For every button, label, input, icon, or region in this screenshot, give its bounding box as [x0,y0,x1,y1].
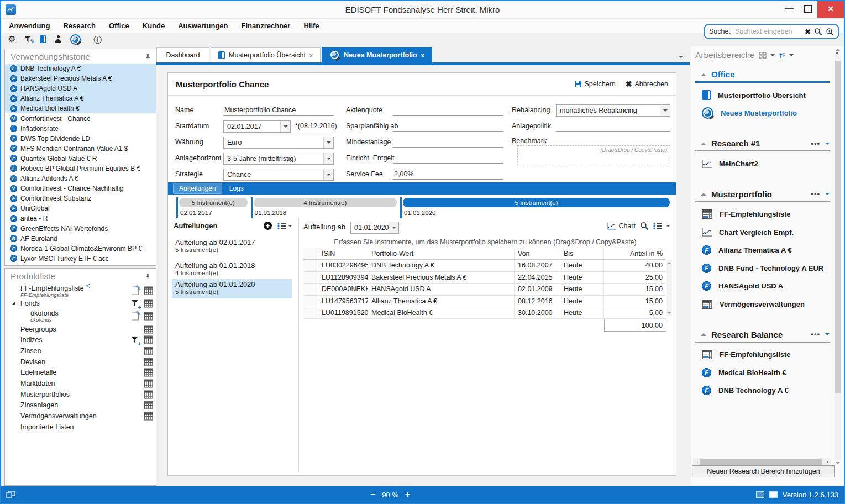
timeline-segment-selected[interactable]: 5 Instrument(e) 01.01.2020 [400,197,670,218]
dropdown-button[interactable] [389,222,398,233]
chevron-down-icon[interactable] [770,54,775,59]
startdatum-picker[interactable]: 02.01.2017 [223,120,291,133]
workspace-item[interactable]: Chart Vergleich Empf. [695,223,830,242]
chevron-down-icon[interactable] [666,225,670,229]
search-input[interactable] [734,27,801,36]
col-anteil[interactable]: Anteil in % [604,248,666,259]
table-icon[interactable] [144,379,153,387]
dropdown-button[interactable] [323,137,333,148]
scroll-right-icon[interactable]: › [824,459,831,465]
zoom-in-button[interactable]: + [405,490,410,500]
tree-item[interactable]: FF-Empfehlungsliste FF-Empfehlungsliste [5,283,156,298]
list-item[interactable]: GreenEffects NAI-Wertefonds [5,224,156,234]
list-item[interactable]: ComfortInvest Substanz [5,193,156,203]
tree-item[interactable]: Devisen [5,356,156,368]
globe-edit-icon[interactable] [70,34,81,45]
table-icon[interactable] [144,347,153,355]
waehrung-select[interactable]: Euro [223,136,334,149]
einricht-entgelt-input[interactable] [393,153,503,164]
col-isin[interactable]: ISIN [318,248,368,259]
anlagepolitik-input[interactable] [556,120,670,132]
table-row[interactable]: LU0302296495DNB Technology A €16.08.2007… [303,260,666,271]
tab-neues-musterportfolio[interactable]: Neues Musterportfolio x [322,47,432,62]
timeline-segment[interactable]: 5 Instrument(e) 02.01.2017 [176,197,248,218]
table-icon[interactable] [144,312,153,321]
settings-gear-icon[interactable]: ⚙ [8,35,15,44]
list-item[interactable]: Allianz Thematica A € [5,93,156,103]
tree-item[interactable]: ökofonds ökofonds [5,309,156,324]
list-item[interactable]: Bakersteel Precious Metals A € [5,74,156,83]
info-icon[interactable]: ⓘ [93,35,102,44]
list-item[interactable]: Quantex Global Value € R [5,154,156,164]
layout-grid-icon[interactable] [759,52,767,59]
sparplanfaehig-input[interactable] [393,120,503,132]
strategie-select[interactable]: Chance [223,169,334,181]
table-icon[interactable] [144,286,153,295]
cancel-button[interactable]: ✖ Abbrechen [626,80,668,88]
table-icon[interactable] [144,358,153,366]
col-von[interactable]: Von [515,248,560,259]
maximize-button[interactable] [800,0,816,18]
filter-add-icon[interactable] [131,300,139,307]
dropdown-button[interactable] [280,121,290,132]
tab-musterportfolio-uebersicht[interactable]: Musterportfolio Übersicht x [211,47,321,62]
tree-item[interactable]: Zinsanlagen [5,400,156,411]
workspace-item[interactable]: Vermögensverwaltungen [695,295,830,313]
tab-list-dropdown-icon[interactable] [679,56,683,60]
tree-item[interactable]: Marktdaten [5,378,156,389]
list-item[interactable]: ComfortInvest - Chance Nachhaltig [5,183,156,193]
add-research-area-button[interactable]: Neuen Research Bereich hinzufügen [692,465,835,477]
list-item[interactable]: UniGlobal [5,203,156,213]
table-row[interactable]: LU0119891520Medical BioHealth €30.10.200… [303,307,666,319]
rebalancing-select[interactable]: monatliches Rebalancing [556,104,670,117]
dropdown-button[interactable] [660,105,670,116]
tree-item[interactable]: Edelmetalle [5,367,156,378]
table-icon[interactable] [144,401,153,410]
allocation-item-selected[interactable]: Aufteilung ab 01.01.2020 5 Instrument(e) [172,279,292,298]
horizontal-scrollbar[interactable]: ‹ › [693,458,831,465]
document-icon[interactable] [40,35,46,43]
tree-item[interactable]: Fonds [5,298,156,309]
list-item[interactable]: AF Euroland [5,234,156,244]
list-item[interactable]: DNB Technology A € [5,64,156,74]
aktienquote-input[interactable] [393,104,503,116]
menu-finanzrechner[interactable]: Finanzrechner [242,22,291,30]
edit-list-icon[interactable] [132,312,139,321]
list-item[interactable]: ComfortInvest - Chance [5,113,156,123]
list-options-icon[interactable] [277,223,286,229]
table-icon[interactable] [144,412,153,421]
tree-item[interactable]: Zinsen [5,345,156,356]
list-item[interactable]: Robeco BP Global Premium Equities B € [5,164,156,174]
chevron-down-icon[interactable] [825,143,830,147]
aufteilung-ab-select[interactable]: 01.01.2020 [350,222,399,234]
workspace-item[interactable]: HANSAgold USD A [695,277,830,296]
tree-item[interactable]: Peergroups [5,324,156,335]
menu-anwendung[interactable]: Anwendung [9,22,50,30]
table-icon[interactable] [144,325,153,333]
sort-icon[interactable] [779,52,785,59]
subtab-aufteilungen[interactable]: Aufteilungen [174,183,222,193]
vertical-scrollbar[interactable] [835,54,841,460]
subtab-logs[interactable]: Logs [224,183,249,193]
list-item[interactable]: Medical BioHealth € [5,103,156,113]
chevron-down-icon[interactable] [825,333,830,338]
collapse-icon[interactable] [701,190,706,196]
workspace-item[interactable]: MeinChart2 [695,155,830,173]
minimize-button[interactable]: — [781,0,797,18]
scroll-left-icon[interactable]: ‹ [693,459,700,465]
list-item[interactable]: MFS Meridian Contrarian Value A1 $ [5,144,156,154]
tab-dashboard[interactable]: Dashboard [156,47,209,62]
workspace-item[interactable]: FF-Empfehlungsliste [695,206,830,224]
collapse-icon[interactable] [701,140,706,145]
close-button[interactable]: ✕ [817,0,844,18]
table-row[interactable]: LU1479563717Allianz Thematica A €08.12.2… [303,296,666,307]
chart-button[interactable]: Chart [607,222,636,230]
add-allocation-icon[interactable] [264,222,272,230]
section-menu-icon[interactable]: ••• [811,141,820,146]
menu-auswertungen[interactable]: Auswertungen [178,22,228,30]
table-row[interactable]: LU1128909394Bakersteel Precious Metals A… [303,272,666,284]
search-icon[interactable] [814,28,822,36]
zoom-in-search-icon[interactable] [826,28,834,36]
tree-item[interactable]: Musterportfolios [5,389,156,400]
service-fee-input[interactable]: 2,00% [393,169,503,180]
